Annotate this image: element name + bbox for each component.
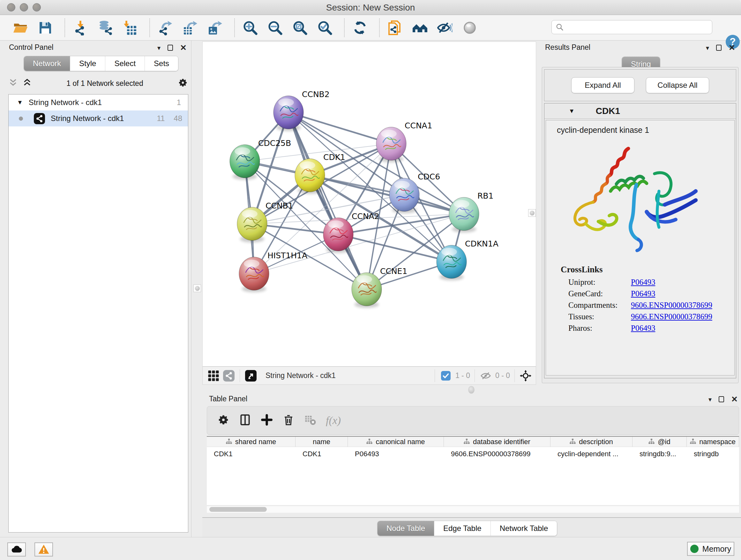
show-columns-icon[interactable]: [239, 414, 251, 427]
node-label-CCNA2: CCNA2: [352, 212, 380, 221]
collapse-all-button[interactable]: Collapse All: [646, 77, 709, 93]
share-document-icon[interactable]: [387, 19, 403, 36]
open-session-icon[interactable]: [12, 19, 29, 36]
crosslink-link[interactable]: P06493: [631, 324, 655, 333]
tab-node-table[interactable]: Node Table: [378, 521, 434, 536]
crosslink-link[interactable]: P06493: [631, 278, 655, 287]
left-splitter-handle[interactable]: [193, 285, 201, 292]
table-row[interactable]: CDK1CDK1P064939606.ENSP00000378699cyclin…: [207, 447, 739, 461]
search-input[interactable]: [566, 23, 708, 32]
shared-column-icon: [649, 438, 655, 446]
crosslink-link[interactable]: 9606.ENSP00000378699: [631, 312, 712, 321]
panel-float-icon[interactable]: [167, 45, 173, 51]
column-header-name[interactable]: name: [295, 437, 348, 447]
zoom-out-icon[interactable]: [267, 19, 283, 36]
collapse-icon[interactable]: ▼: [17, 99, 23, 106]
open-in-window-icon[interactable]: [245, 369, 257, 382]
table-cell[interactable]: CDK1: [207, 447, 295, 461]
import-table-icon[interactable]: [122, 19, 138, 36]
warnings-button[interactable]: [35, 543, 53, 557]
homes-icon[interactable]: [412, 19, 428, 36]
zoom-in-icon[interactable]: [242, 19, 259, 36]
hscrollbar-thumb[interactable]: [209, 507, 267, 512]
table-cell[interactable]: stringdb: [687, 447, 739, 461]
cloud-button[interactable]: [7, 543, 26, 557]
grid-view-icon[interactable]: [207, 369, 220, 382]
crosslink-link[interactable]: P06493: [631, 289, 655, 298]
collapse-section-icon[interactable]: ▼: [569, 108, 575, 115]
column-header-description[interactable]: description: [550, 437, 632, 447]
network-node-HIST1H1A[interactable]: HIST1H1A: [239, 251, 307, 292]
network-row[interactable]: String Network - cdk1 11 48: [9, 111, 188, 126]
tab-style[interactable]: Style: [70, 56, 105, 71]
column-header-shared-name[interactable]: shared name: [207, 437, 295, 447]
column-header-namespace[interactable]: namespace: [687, 437, 739, 447]
crosslinks-block: CrossLinks Uniprot:P06493GeneCard:P06493…: [561, 265, 712, 335]
delete-column-icon[interactable]: [282, 414, 294, 427]
splitter-oval-handle[interactable]: [468, 386, 475, 394]
hide-selected-eye-icon[interactable]: [436, 19, 453, 36]
collapse-all-icon[interactable]: [8, 78, 18, 89]
zoom-fit-icon[interactable]: [292, 19, 308, 36]
tab-sets[interactable]: Sets: [145, 56, 178, 71]
column-header--id[interactable]: @id: [632, 437, 687, 447]
network-node-CCNB1[interactable]: CCNB1: [237, 201, 293, 242]
expand-all-button[interactable]: Expand All: [571, 77, 634, 93]
export-network-icon[interactable]: [157, 19, 174, 36]
birds-eye-navigator-icon[interactable]: [519, 369, 532, 382]
network-node-RB1[interactable]: RB1: [449, 191, 493, 233]
selected-checkbox-icon[interactable]: [440, 369, 452, 382]
panel-menu-icon[interactable]: ▾: [157, 44, 160, 52]
panel-close-icon[interactable]: ✕: [729, 43, 735, 52]
panel-float-icon[interactable]: [716, 45, 722, 51]
panel-float-icon[interactable]: [719, 396, 724, 402]
network-edge[interactable]: [288, 112, 391, 144]
tab-edge-table[interactable]: Edge Table: [434, 521, 490, 536]
add-column-icon[interactable]: [261, 414, 273, 427]
table-cell[interactable]: CDK1: [295, 447, 348, 461]
crosslink-link[interactable]: 9606.ENSP00000378699: [631, 301, 712, 310]
import-network-icon[interactable]: [72, 19, 89, 36]
import-network-from-database-icon[interactable]: [97, 19, 114, 36]
network-view-share-icon[interactable]: [222, 369, 235, 382]
node-label-RB1: RB1: [477, 191, 493, 200]
tab-network[interactable]: Network: [24, 56, 70, 71]
tab-select[interactable]: Select: [105, 56, 145, 71]
column-header-database-identifier[interactable]: database identifier: [444, 437, 550, 447]
gear-icon[interactable]: [178, 78, 188, 89]
column-header-canonical-name[interactable]: canonical name: [348, 437, 444, 447]
crosslinks-title: CrossLinks: [561, 265, 712, 274]
table-gear-icon[interactable]: [217, 414, 229, 427]
network-canvas[interactable]: CCNB2CCNA1CDC25BCDK1CDC6RB1CCNB1CCNA2CDK…: [202, 42, 536, 367]
panel-close-icon[interactable]: ✕: [731, 395, 738, 404]
panel-menu-icon[interactable]: ▾: [706, 44, 709, 52]
table-hscrollbar[interactable]: [207, 506, 739, 513]
refresh-icon[interactable]: [352, 19, 368, 36]
network-node-CDK1[interactable]: CDK1: [295, 152, 345, 194]
export-table-icon[interactable]: [182, 19, 199, 36]
table-cell[interactable]: 9606.ENSP00000378699: [444, 447, 550, 461]
right-splitter-handle[interactable]: [528, 209, 536, 217]
collection-label: String Network - cdk1: [29, 98, 177, 107]
zoom-selected-icon[interactable]: [317, 19, 333, 36]
network-node-CDC6[interactable]: CDC6: [389, 172, 440, 213]
expand-all-icon[interactable]: [22, 78, 32, 89]
table-cell[interactable]: cyclin-dependent ...: [550, 447, 632, 461]
network-node-CDKN1A[interactable]: CDKN1A: [436, 239, 498, 280]
panel-menu-icon[interactable]: ▾: [709, 395, 712, 403]
table-cell[interactable]: stringdb:9...: [632, 447, 687, 461]
column-header-label: database identifier: [473, 438, 530, 446]
tab-network-table[interactable]: Network Table: [490, 521, 557, 536]
memory-button[interactable]: Memory: [687, 542, 734, 556]
network-canvas-svg: CCNB2CCNA1CDC25BCDK1CDC6RB1CCNB1CCNA2CDK…: [203, 42, 536, 366]
network-collection-row[interactable]: ▼ String Network - cdk1 1: [9, 95, 188, 111]
save-session-icon[interactable]: [37, 19, 54, 36]
panel-close-icon[interactable]: ✕: [180, 43, 187, 52]
network-edge[interactable]: [288, 112, 367, 289]
export-image-icon[interactable]: [207, 19, 223, 36]
toolbar-divider: [234, 18, 235, 37]
table-cell[interactable]: P06493: [348, 447, 444, 461]
hidden-eye-icon[interactable]: [479, 369, 492, 382]
toolbar-divider: [344, 18, 345, 37]
network-tree: ▼ String Network - cdk1 1 String Network…: [8, 94, 188, 533]
